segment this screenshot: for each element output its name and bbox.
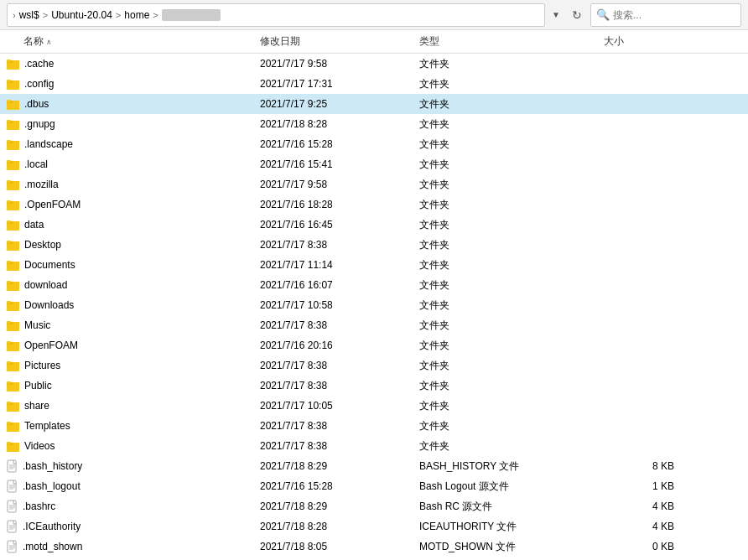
file-name: Videos [24, 440, 55, 452]
table-row[interactable]: .bash_history 2021/7/18 8:29 BASH_HISTOR… [0, 456, 748, 476]
cell-type: 文件夹 [419, 439, 604, 454]
table-row[interactable]: .mozilla 2021/7/17 9:58 文件夹 [0, 174, 748, 194]
cell-date: 2021/7/17 8:38 [260, 319, 419, 331]
table-row[interactable]: Videos 2021/7/17 8:38 文件夹 [0, 436, 748, 456]
cell-name: Downloads [0, 299, 260, 311]
breadcrumb-ubuntu[interactable]: Ubuntu-20.04 [51, 9, 112, 21]
cell-date: 2021/7/17 17:31 [260, 78, 419, 90]
file-name: .landscape [24, 138, 73, 150]
cell-date: 2021/7/16 15:28 [260, 480, 419, 492]
cell-name: .bashrc [0, 500, 260, 513]
table-row[interactable]: .ICEauthority 2021/7/18 8:28 ICEAUTHORIT… [0, 516, 748, 537]
cell-date: 2021/7/16 15:41 [260, 158, 419, 170]
cell-date: 2021/7/17 8:38 [260, 239, 419, 251]
cell-name: .motd_shown [0, 540, 260, 553]
table-row[interactable]: .motd_shown 2021/7/18 8:05 MOTD_SHOWN 文件… [0, 537, 748, 557]
table-row[interactable]: data 2021/7/16 16:45 文件夹 [0, 215, 748, 235]
cell-name: Music [0, 319, 260, 331]
cell-type: 文件夹 [419, 319, 604, 333]
table-row[interactable]: Templates 2021/7/17 8:38 文件夹 [0, 416, 748, 436]
folder-icon [7, 420, 20, 432]
cell-name: .bash_history [0, 459, 260, 473]
table-row[interactable]: .config 2021/7/17 17:31 文件夹 [0, 74, 748, 94]
folder-icon [7, 78, 20, 90]
svg-rect-26 [7, 220, 11, 223]
path-dropdown-button[interactable]: ▼ [548, 8, 564, 21]
search-box: 🔍 [590, 3, 741, 27]
svg-rect-60 [8, 460, 16, 472]
svg-rect-59 [7, 442, 11, 444]
folder-icon [7, 259, 20, 271]
cell-date: 2021/7/17 11:14 [260, 259, 419, 271]
svg-rect-68 [8, 500, 16, 512]
cell-type: 文件夹 [419, 137, 604, 152]
col-date-header[interactable]: 修改日期 [260, 34, 419, 49]
nav-back-icon: › [13, 10, 16, 20]
breadcrumb[interactable]: › wsl$ > Ubuntu-20.04 > home > [7, 3, 545, 27]
svg-rect-20 [7, 180, 11, 183]
cell-date: 2021/7/17 9:58 [260, 58, 419, 70]
file-name: download [24, 279, 67, 291]
cell-name: .ICEauthority [0, 520, 260, 533]
table-row[interactable]: Pictures 2021/7/17 8:38 文件夹 [0, 355, 748, 376]
svg-rect-35 [7, 281, 11, 283]
table-row[interactable]: .gnupg 2021/7/18 8:28 文件夹 [0, 114, 748, 134]
table-row[interactable]: .landscape 2021/7/16 15:28 文件夹 [0, 134, 748, 154]
col-type-header[interactable]: 类型 [419, 34, 604, 49]
cell-name: Pictures [0, 360, 260, 371]
cell-type: 文件夹 [419, 419, 604, 433]
table-row[interactable]: Public 2021/7/17 8:38 文件夹 [0, 376, 748, 396]
cell-size: 8 KB [604, 460, 688, 472]
file-name: Pictures [24, 360, 60, 371]
svg-rect-76 [8, 541, 16, 552]
cell-name: share [0, 400, 260, 412]
cell-type: ICEAUTHORITY 文件 [419, 520, 604, 534]
cell-type: Bash Logout 源文件 [419, 480, 604, 494]
svg-rect-41 [7, 321, 11, 324]
table-row[interactable]: Music 2021/7/17 8:38 文件夹 [0, 315, 748, 335]
cell-name: Templates [0, 420, 260, 432]
cell-name: data [0, 219, 260, 231]
table-row[interactable]: .cache 2021/7/17 9:58 文件夹 [0, 54, 748, 74]
file-icon [7, 500, 18, 513]
sep3: > [153, 10, 158, 20]
table-row[interactable]: OpenFOAM 2021/7/16 20:16 文件夹 [0, 335, 748, 355]
table-row[interactable]: .bash_logout 2021/7/16 15:28 Bash Logout… [0, 476, 748, 496]
folder-icon [7, 199, 20, 210]
table-row[interactable]: Desktop 2021/7/17 8:38 文件夹 [0, 235, 748, 255]
folder-icon [7, 118, 20, 130]
file-name: Documents [24, 259, 75, 271]
table-row[interactable]: .profile 2021/7/16 15:28 Profile 源文件 1 K… [0, 557, 748, 560]
col-name-header[interactable]: 名称 ∧ [0, 34, 260, 49]
col-size-header[interactable]: 大小 [604, 34, 688, 49]
table-row[interactable]: .OpenFOAM 2021/7/16 18:28 文件夹 [0, 194, 748, 215]
file-name: .motd_shown [23, 541, 82, 552]
svg-rect-14 [7, 140, 11, 143]
search-icon: 🔍 [596, 8, 610, 21]
breadcrumb-home[interactable]: home [124, 9, 149, 21]
table-row[interactable]: .dbus 2021/7/17 9:25 文件夹 [0, 94, 748, 114]
folder-icon [7, 319, 20, 331]
breadcrumb-wsl[interactable]: wsl$ [19, 9, 39, 21]
cell-type: BASH_HISTORY 文件 [419, 459, 604, 474]
table-row[interactable]: .local 2021/7/16 15:41 文件夹 [0, 154, 748, 174]
table-row[interactable]: Documents 2021/7/17 11:14 文件夹 [0, 255, 748, 275]
table-row[interactable]: .bashrc 2021/7/18 8:29 Bash RC 源文件 4 KB [0, 496, 748, 516]
cell-date: 2021/7/16 20:16 [260, 340, 419, 351]
table-row[interactable]: Downloads 2021/7/17 10:58 文件夹 [0, 295, 748, 315]
cell-size: 1 KB [604, 480, 688, 492]
svg-rect-5 [7, 80, 11, 82]
svg-rect-8 [7, 100, 11, 102]
cell-type: 文件夹 [419, 379, 604, 393]
table-row[interactable]: download 2021/7/16 16:07 文件夹 [0, 275, 748, 295]
cell-type: 文件夹 [419, 178, 604, 192]
search-input[interactable] [613, 9, 735, 21]
file-name: .local [24, 158, 48, 170]
file-name: .bash_logout [23, 480, 81, 492]
cell-type: 文件夹 [419, 77, 604, 91]
refresh-button[interactable]: ↻ [567, 7, 587, 23]
folder-icon [7, 400, 20, 412]
svg-rect-50 [7, 381, 11, 384]
table-row[interactable]: share 2021/7/17 10:05 文件夹 [0, 396, 748, 416]
file-name: share [24, 400, 49, 412]
